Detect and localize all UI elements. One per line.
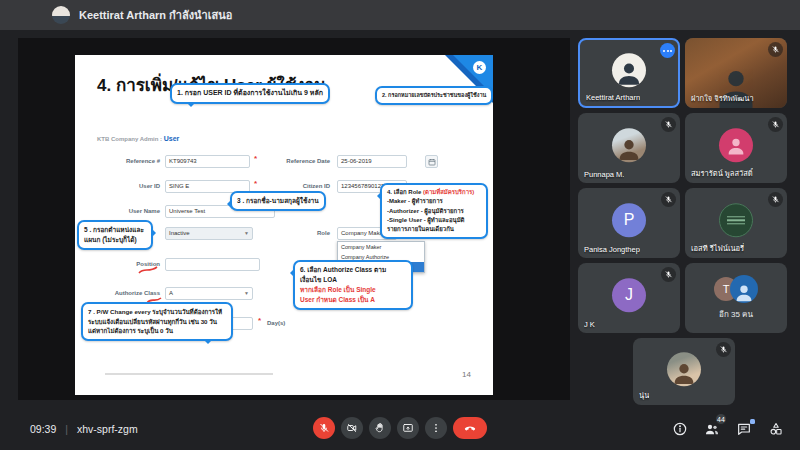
meeting-details-button[interactable] [672, 421, 688, 437]
callout-6-red-line: User กำหนด Class เป็น A [300, 295, 406, 305]
participant-name: Keettirat Artharn [586, 93, 640, 102]
participant-avatar [612, 128, 646, 162]
pw-change-unit: Day(s) [267, 320, 297, 326]
reference-label: Reference # [85, 158, 160, 164]
participant-name: นุ่น [639, 389, 649, 401]
camera-toggle-button[interactable] [341, 417, 363, 439]
participant-tile-noon[interactable]: นุ่น [633, 338, 735, 405]
activities-button[interactable] [768, 421, 784, 437]
authorize-class-select: A▼ [165, 287, 253, 300]
callout-6-red-line: หากเลือก Role เป็น Single [300, 285, 406, 295]
authorize-class-value: A [169, 290, 173, 296]
meeting-code: xhv-sprf-zgm [77, 423, 138, 435]
participant-tile-samornrat[interactable]: สมรารัตน์ พูลสวัสดิ์ [685, 113, 787, 183]
reference-input: KT909743 [165, 155, 250, 168]
participants-button[interactable]: 44 [704, 421, 720, 437]
raise-hand-button[interactable] [369, 417, 391, 439]
slide-page-number: 14 [462, 370, 471, 379]
participant-name: J K [584, 320, 595, 329]
participant-count-badge: 44 [715, 413, 727, 425]
callout-4-line: -Single User - ผู้ทำและอนุมัติ [387, 216, 481, 225]
citizen-id-label: Citizen ID [255, 183, 330, 189]
reference-date-input: 25-06-2019 [337, 155, 407, 168]
callout-6-line: 6. เลือก Authorize Class ตามเงื่อนไข LOA [300, 265, 406, 285]
overflow-avatars: T [714, 275, 758, 303]
presenting-text: Keettirat Artharn กำลังนำเสนอ [79, 6, 232, 24]
callout-4-heading-red: (ตามที่สมัครบริการ) [423, 189, 474, 195]
mic-muted-icon [716, 342, 731, 357]
participant-tile-punnapa[interactable]: Punnapa M. [578, 113, 680, 183]
participant-name: เอสที รีไฟน์เนอรี่ [691, 242, 744, 254]
callout-4-heading: 4. เลือก Role [387, 189, 423, 195]
presenter-avatar [52, 6, 70, 24]
mic-muted-icon [661, 192, 676, 207]
participant-name: Punnapa M. [584, 170, 624, 179]
mic-muted-icon [768, 42, 783, 57]
participant-tile-overflow[interactable]: T อีก 35 คน [685, 263, 787, 333]
breadcrumb-link: User [164, 135, 180, 142]
more-options-button[interactable] [425, 417, 447, 439]
clock-time: 09:39 [30, 423, 56, 435]
status-select: Inactive▼ [165, 227, 253, 240]
user-name-label: User Name [85, 208, 160, 214]
participant-name: ฝากใจ จิรทิพพัฒนา [691, 92, 754, 104]
callout-4-line: -Authorizer - ผู้อนุมัติรายการ [387, 207, 481, 216]
role-option: Company Maker [338, 242, 424, 252]
participant-initial-avatar: J [612, 278, 646, 312]
mic-muted-icon [661, 267, 676, 282]
callout-3: 3 . กรอกชื่อ-นามสกุลผู้ใช้งาน [230, 191, 326, 211]
position-input [165, 258, 260, 271]
callout-6: 6. เลือก Authorize Class ตามเงื่อนไข LOA… [293, 260, 413, 310]
presenting-banner: Keettirat Artharn กำลังนำเสนอ [0, 0, 800, 30]
participant-name: Panisa Jongthep [584, 245, 640, 254]
callout-4-line: -Maker - ผู้ทำรายการ [387, 197, 481, 206]
callout-4-line: รายการภายในคนเดียวกัน [387, 225, 481, 234]
callout-7: 7 . P/W Change every ระบุจำนวนวันที่ต้อง… [81, 302, 233, 341]
participant-initial-avatar: P [612, 203, 646, 237]
mic-muted-icon [661, 117, 676, 132]
slide-footnote [105, 373, 273, 375]
participant-tile-keettirat[interactable]: Keettirat Artharn [578, 38, 680, 108]
user-id-label: User ID [85, 183, 160, 189]
slide-breadcrumb: KTB Company Admin : User [97, 135, 179, 142]
end-call-button[interactable] [453, 417, 487, 439]
meeting-control-bar: 09:39 | xhv-sprf-zgm 44 [0, 408, 800, 450]
bank-logo: K [473, 61, 486, 74]
breadcrumb-prefix: KTB Company Admin : [97, 136, 164, 142]
calendar-icon [425, 155, 438, 168]
participant-avatar [667, 352, 701, 386]
participant-name: สมรารัตน์ พูลสวัสดิ์ [691, 167, 753, 179]
callout-5: 5 . กรอกตำแหน่งและแผนก (ไม่ระบุก็ได้) [77, 220, 153, 250]
required-asterisk: * [258, 316, 261, 325]
overflow-avatar-person [730, 275, 758, 303]
meeting-meta: 09:39 | xhv-sprf-zgm [30, 423, 138, 435]
chat-unread-indicator [750, 419, 755, 424]
screen-share-stage: K 4. การเพิ่ม/แก้ไข User ผู้ใช้งาน KTB C… [18, 38, 570, 400]
chat-button[interactable] [736, 421, 752, 437]
callout-4: 4. เลือก Role (ตามที่สมัครบริการ) -Maker… [380, 183, 488, 239]
overflow-count-label: อีก 35 คน [719, 308, 753, 321]
meta-divider: | [65, 423, 68, 435]
role-value: Company Maker [341, 230, 385, 236]
present-screen-button[interactable] [397, 417, 419, 439]
callout-1: 1. กรอก USER ID ที่ต้องการใช้งานไม่เกิน … [170, 83, 330, 104]
participant-avatar [612, 53, 646, 87]
company-logo-avatar [719, 203, 753, 237]
mic-toggle-button[interactable] [313, 417, 335, 439]
callout-2: 2. กรอกหมายเลขบัตรประชาชนของผู้ใช้งาน [375, 86, 493, 105]
reference-date-label: Reference Date [255, 158, 330, 164]
mic-muted-icon [768, 192, 783, 207]
participant-avatar [719, 128, 753, 162]
presentation-slide: K 4. การเพิ่ม/แก้ไข User ผู้ใช้งาน KTB C… [75, 55, 493, 395]
role-label: Role [255, 230, 330, 236]
red-pen-mark [137, 265, 159, 275]
participant-tile-st-refinery[interactable]: เอสที รีไฟน์เนอรี่ [685, 188, 787, 258]
participant-tile-panisa[interactable]: P Panisa Jongthep [578, 188, 680, 258]
status-value: Inactive [169, 230, 190, 236]
mic-muted-icon [768, 117, 783, 132]
participant-tile-video[interactable]: ฝากใจ จิรทิพพัฒนา [685, 38, 787, 108]
participant-tile-jk[interactable]: J J K [578, 263, 680, 333]
tile-more-options-button[interactable] [660, 43, 675, 58]
